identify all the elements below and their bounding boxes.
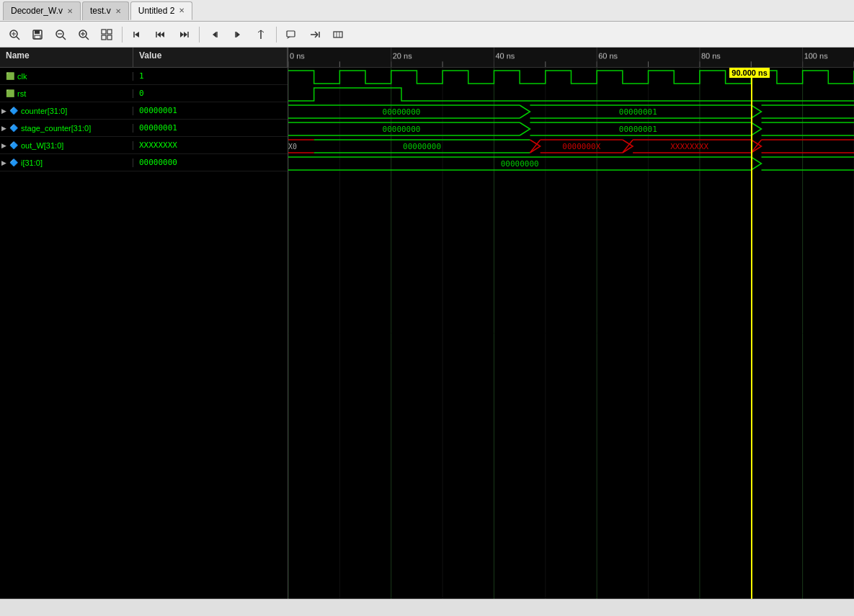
stage-counter-label: stage_counter[31:0] (21, 124, 91, 133)
rst-icon: 🟩 (6, 89, 14, 97)
tab-test-label: test.v (90, 6, 111, 16)
prev-edge-button[interactable] (205, 24, 225, 45)
signal-name-i: ▶ 🔷 i[31:0] (0, 159, 133, 167)
signal-row-counter[interactable]: ▶ 🔷 counter[31:0] 00000001 (0, 102, 288, 120)
back-button[interactable] (128, 24, 148, 45)
sep3 (276, 27, 277, 43)
signal-name-clk: 🟩 clk (0, 72, 133, 81)
toolbar (0, 22, 854, 48)
svg-marker-21 (161, 32, 164, 37)
out-w-value: XXXXXXXX (133, 140, 288, 150)
counter-label: counter[31:0] (21, 107, 67, 115)
svg-rect-15 (107, 30, 112, 34)
signal-row-out-w[interactable]: ▶ 🔷 out_W[31:0] XXXXXXXX (0, 137, 288, 154)
signals-list: 🟩 clk 1 🟩 rst 0 ▶ (0, 68, 288, 599)
counter-icon: 🔷 (9, 107, 18, 115)
name-col-header: Name (0, 48, 133, 67)
panel-header: Name Value (0, 48, 288, 68)
cursor-line (751, 68, 752, 599)
rst-label: rst (17, 89, 26, 98)
signal-name-out-w: ▶ 🔷 out_W[31:0] (0, 141, 133, 150)
last-button[interactable] (174, 24, 194, 45)
i-value: 00000000 (133, 158, 288, 167)
svg-marker-26 (213, 32, 216, 37)
tabs-bar: Decoder_W.v ✕ test.v ✕ Untitled 2 ✕ (0, 0, 854, 22)
svg-marker-24 (180, 32, 184, 37)
svg-line-8 (63, 37, 66, 40)
tab-test-close[interactable]: ✕ (115, 7, 121, 15)
signal-name-rst: 🟩 rst (0, 89, 133, 98)
svg-line-11 (86, 37, 89, 40)
signal-row-i[interactable]: ▶ 🔷 i[31:0] 00000000 (0, 154, 288, 171)
content-area: Name Value 🟩 clk 1 🟩 rst (0, 48, 854, 599)
rst-value: 0 (133, 89, 288, 98)
zoom-in-button[interactable] (74, 24, 94, 45)
svg-marker-20 (157, 32, 161, 37)
signal-name-counter: ▶ 🔷 counter[31:0] (0, 107, 133, 115)
signal-row-clk[interactable]: 🟩 clk 1 (0, 68, 288, 85)
tab-untitled2-close[interactable]: ✕ (179, 6, 184, 14)
svg-line-1 (17, 37, 19, 40)
main-layout: Name Value 🟩 clk 1 🟩 rst (0, 48, 854, 616)
sep2 (199, 27, 200, 43)
out-w-expand[interactable]: ▶ (1, 142, 6, 149)
status-bar (0, 599, 854, 616)
stage-counter-icon: 🔷 (9, 124, 18, 132)
tab-test[interactable]: test.v ✕ (82, 1, 129, 20)
i-icon: 🔷 (9, 159, 18, 166)
out-w-label: out_W[31:0] (21, 141, 63, 150)
svg-marker-28 (236, 32, 240, 37)
signal-row-stage-counter[interactable]: ▶ 🔷 stage_counter[31:0] 00000001 (0, 120, 288, 137)
stage-counter-value: 00000001 (133, 123, 288, 133)
left-panel: Name Value 🟩 clk 1 🟩 rst (0, 48, 288, 599)
svg-marker-23 (184, 32, 187, 37)
zoom-out-button[interactable] (50, 24, 71, 45)
marker-button[interactable] (251, 24, 271, 45)
zoom-fit-button[interactable] (4, 24, 25, 45)
signal-name-stage-counter: ▶ 🔷 stage_counter[31:0] (0, 124, 133, 133)
first-button[interactable] (151, 24, 171, 45)
tab-decoder-close[interactable]: ✕ (67, 7, 73, 15)
value-col-header: Value (133, 48, 288, 67)
tab-decoder[interactable]: Decoder_W.v ✕ (3, 1, 81, 20)
out-w-icon: 🔷 (9, 141, 18, 149)
i-expand[interactable]: ▶ (1, 159, 6, 166)
cursor-label: 90.000 ns (729, 68, 770, 78)
sep1 (122, 27, 123, 43)
svg-rect-39 (334, 32, 342, 37)
next-edge-button[interactable] (228, 24, 248, 45)
waveform-panel[interactable]: 90.000 ns (288, 48, 854, 599)
waveform-area[interactable]: 90.000 ns (288, 68, 854, 599)
tab-decoder-label: Decoder_W.v (11, 6, 63, 16)
save-button[interactable] (27, 24, 48, 45)
expand-button[interactable] (97, 24, 117, 45)
insert-comment-button[interactable] (282, 24, 302, 45)
i-label: i[31:0] (21, 159, 43, 167)
svg-rect-17 (107, 35, 112, 40)
zoom-area-button[interactable] (328, 24, 348, 45)
svg-rect-33 (287, 31, 295, 37)
counter-value: 00000001 (133, 106, 288, 115)
clk-icon: 🟩 (6, 72, 14, 80)
svg-rect-14 (102, 30, 106, 34)
clk-label: clk (17, 72, 27, 81)
stage-counter-expand[interactable]: ▶ (1, 125, 6, 132)
svg-rect-5 (35, 30, 40, 34)
ruler-canvas (288, 48, 854, 67)
jump-button[interactable] (305, 24, 325, 45)
counter-expand[interactable]: ▶ (1, 107, 6, 115)
tab-untitled2[interactable]: Untitled 2 ✕ (130, 1, 193, 20)
tab-untitled2-label: Untitled 2 (138, 6, 175, 16)
signal-row-rst[interactable]: 🟩 rst 0 (0, 85, 288, 102)
time-ruler (288, 48, 854, 68)
clk-value: 1 (133, 71, 288, 81)
svg-rect-16 (102, 35, 106, 40)
svg-marker-18 (135, 32, 139, 37)
waveform-canvas (288, 68, 854, 599)
